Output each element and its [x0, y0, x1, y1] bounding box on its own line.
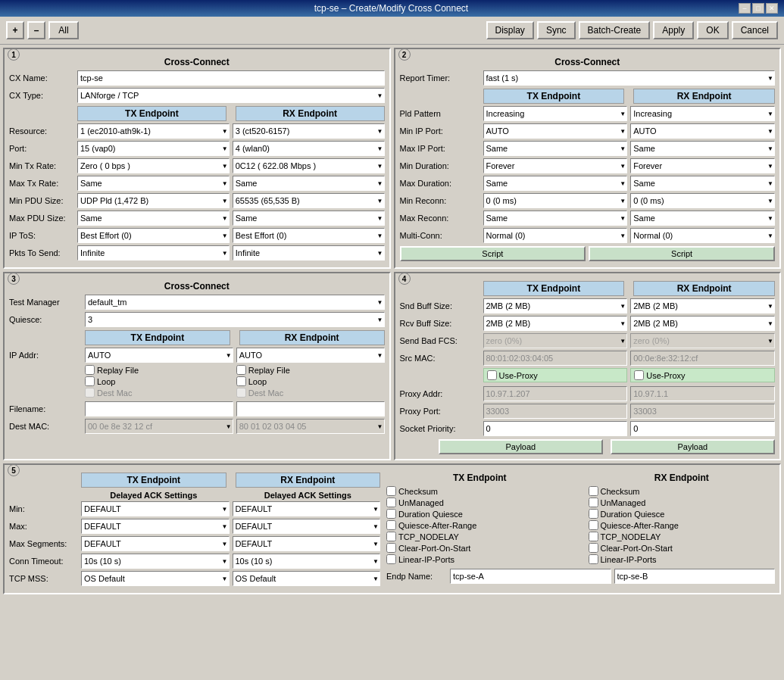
rx-min-delayed-select[interactable]: DEFAULT	[233, 501, 381, 516]
tx-conn-timeout-select[interactable]: 10s (10 s)	[81, 554, 230, 569]
tx-use-proxy-checkbox[interactable]	[487, 370, 497, 380]
rx-min-reconn-select[interactable]: 0 (0 ms)	[630, 193, 775, 208]
tx-endp-name-input[interactable]	[450, 569, 611, 584]
report-timer-select[interactable]: fast (1 s)	[483, 70, 776, 86]
display-button[interactable]: Display	[486, 21, 534, 39]
rx-min-dur-select[interactable]: Forever	[630, 158, 775, 173]
rx-script-button[interactable]: Script	[589, 246, 775, 261]
tx-clear-port-checkbox[interactable]	[386, 543, 396, 553]
rx-multi-conn-select[interactable]: Normal (0)	[630, 228, 775, 243]
rx-replay-file-checkbox[interactable]	[236, 365, 246, 375]
rx-use-proxy-checkbox[interactable]	[634, 370, 644, 380]
tx-max-pdu-select[interactable]: Same	[77, 211, 230, 226]
tx-max-seg-select[interactable]: DEFAULT	[81, 536, 230, 551]
tx-max-dur-select[interactable]: Same	[483, 176, 628, 191]
tx-max-reconn-select[interactable]: Same	[483, 211, 628, 226]
rx-socket-priority-input[interactable]	[630, 421, 775, 436]
rx-min-pdu-select[interactable]: 65535 (65,535 B)	[233, 193, 385, 208]
tx-linear-ip-checkbox[interactable]	[386, 554, 396, 564]
tx-min-reconn-select[interactable]: 0 (0 ms)	[483, 193, 628, 208]
tx-script-button[interactable]: Script	[400, 246, 586, 261]
rx-max-reconn-select[interactable]: Same	[630, 211, 775, 226]
ok-button[interactable]: OK	[697, 21, 728, 39]
tx-min-pdu-select[interactable]: UDP Pld (1,472 B)	[77, 193, 230, 208]
rx-duration-quiesce-checkbox[interactable]	[589, 509, 598, 519]
minimize-button[interactable]: –	[739, 3, 751, 14]
rx-clear-port-checkbox[interactable]	[589, 543, 598, 553]
tx-resource-select[interactable]: 1 (ec2010-ath9k-1)	[77, 123, 230, 139]
tx-payload-button[interactable]: Payload	[439, 439, 603, 454]
tx-ip-select[interactable]: AUTO	[85, 348, 233, 363]
rx-pld-select[interactable]: Increasing	[630, 106, 775, 121]
rx-max-delayed-select[interactable]: DEFAULT	[233, 519, 381, 534]
rx-linear-ip-checkbox[interactable]	[589, 554, 598, 564]
tx-bad-fcs-select[interactable]: zero (0%)	[483, 333, 628, 348]
rx-port-select[interactable]: 4 (wlan0)	[233, 141, 385, 156]
rx-loop-checkbox[interactable]	[236, 376, 246, 386]
rx-endp-name-input[interactable]	[614, 569, 776, 584]
tx-min-tx-select[interactable]: Zero ( 0 bps )	[77, 158, 230, 173]
cx-name-input[interactable]	[77, 70, 385, 86]
tx-socket-priority-input[interactable]	[483, 421, 628, 436]
rx-payload-button[interactable]: Payload	[611, 439, 775, 454]
tx-filename-input[interactable]	[85, 401, 233, 416]
rx-ip-select[interactable]: AUTO	[236, 348, 385, 363]
tx-duration-quiesce-checkbox[interactable]	[386, 509, 396, 519]
rx-tcp-mss-select[interactable]: OS Default	[233, 571, 381, 586]
tx-multi-conn-select[interactable]: Normal (0)	[483, 228, 628, 243]
rx-max-ip-select[interactable]: Same	[630, 141, 775, 156]
tx-tcp-nodelay-checkbox[interactable]	[386, 532, 396, 541]
rx-rcv-buf-select[interactable]: 2MB (2 MB)	[630, 316, 775, 331]
rx-dest-mac-select[interactable]: 80 01 02 03 04 05	[236, 419, 385, 434]
rx-max-tx-select[interactable]: Same	[233, 176, 385, 191]
rx-filename-input[interactable]	[236, 401, 385, 416]
rx-snd-buf-select[interactable]: 2MB (2 MB)	[630, 298, 775, 313]
tx-unmanaged-checkbox[interactable]	[386, 498, 396, 507]
tx-loop-checkbox[interactable]	[85, 376, 95, 386]
batch-create-button[interactable]: Batch-Create	[579, 21, 651, 39]
rx-unmanaged-checkbox[interactable]	[589, 498, 598, 507]
rx-tcp-nodelay-checkbox[interactable]	[589, 532, 598, 541]
tx-max-delayed-select[interactable]: DEFAULT	[81, 519, 230, 534]
tx-port-select[interactable]: 15 (vap0)	[77, 141, 230, 156]
tx-dest-mac-checkbox[interactable]	[85, 388, 95, 398]
rx-conn-timeout-select[interactable]: 10s (10 s)	[233, 554, 381, 569]
tx-pkts-select[interactable]: Infinite	[77, 245, 230, 260]
tx-snd-buf-select[interactable]: 2MB (2 MB)	[483, 298, 628, 313]
add-button[interactable]: +	[6, 21, 24, 39]
tx-rcv-buf-select[interactable]: 2MB (2 MB)	[483, 316, 628, 331]
apply-button[interactable]: Apply	[653, 21, 694, 39]
tx-tcp-mss-select[interactable]: OS Default	[81, 571, 230, 586]
tx-min-dur-select[interactable]: Forever	[483, 158, 628, 173]
all-button[interactable]: All	[48, 21, 79, 39]
rx-checksum-checkbox[interactable]	[589, 486, 598, 496]
tx-min-ip-select[interactable]: AUTO	[483, 123, 628, 139]
tx-dest-mac-select[interactable]: 00 0e 8e 32 12 cf	[85, 419, 233, 434]
tx-max-tx-select[interactable]: Same	[77, 176, 230, 191]
tx-pld-select[interactable]: Increasing	[483, 106, 628, 121]
rx-resource-select[interactable]: 3 (ct520-6157)	[233, 123, 385, 139]
rx-proxy-port-input[interactable]	[630, 404, 775, 419]
rx-quiesce-after-checkbox[interactable]	[589, 520, 598, 530]
tx-checksum-checkbox[interactable]	[386, 486, 396, 496]
close-button[interactable]: ✕	[766, 3, 778, 14]
tx-src-mac-input[interactable]	[483, 351, 628, 366]
tx-proxy-port-input[interactable]	[483, 404, 628, 419]
cancel-button[interactable]: Cancel	[732, 21, 778, 39]
tx-proxy-addr-input[interactable]	[483, 386, 628, 401]
rx-bad-fcs-select[interactable]: zero (0%)	[630, 333, 775, 348]
test-manager-select[interactable]: default_tm	[85, 295, 385, 310]
tx-min-delayed-select[interactable]: DEFAULT	[81, 501, 230, 516]
quiesce-select[interactable]: 3	[85, 312, 385, 327]
remove-button[interactable]: –	[27, 21, 45, 39]
rx-min-ip-select[interactable]: AUTO	[630, 123, 775, 139]
maximize-button[interactable]: □	[752, 3, 764, 14]
rx-src-mac-input[interactable]	[630, 351, 775, 366]
rx-max-seg-select[interactable]: DEFAULT	[233, 536, 381, 551]
tx-ip-tos-select[interactable]: Best Effort (0)	[77, 228, 230, 243]
tx-replay-file-checkbox[interactable]	[85, 365, 95, 375]
rx-max-pdu-select[interactable]: Same	[233, 211, 385, 226]
rx-max-dur-select[interactable]: Same	[630, 176, 775, 191]
rx-dest-mac-checkbox[interactable]	[236, 388, 246, 398]
rx-proxy-addr-input[interactable]	[630, 386, 775, 401]
